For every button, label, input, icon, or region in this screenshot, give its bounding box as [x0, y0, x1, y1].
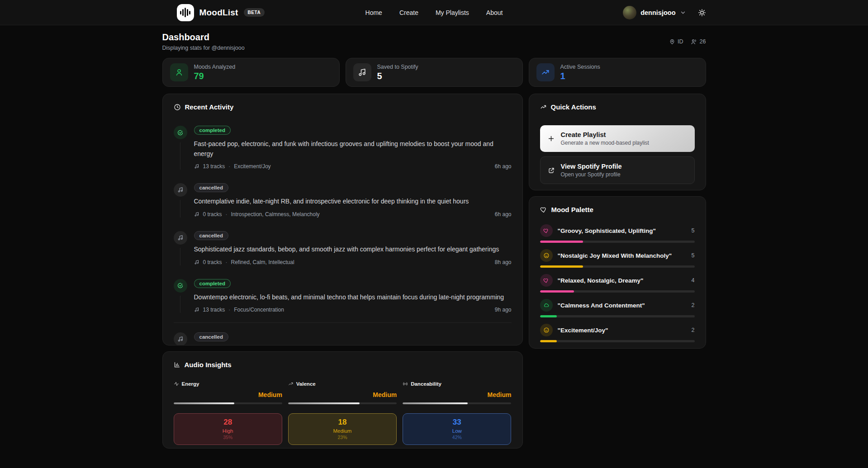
- status-badge: completed: [194, 279, 231, 288]
- heart-icon: [543, 278, 549, 284]
- trending-up-icon: [288, 381, 294, 387]
- brand[interactable]: MoodList BETA: [177, 4, 265, 21]
- create-playlist-button[interactable]: Create Playlist Generate a new mood-base…: [540, 125, 695, 152]
- users-icon: [691, 38, 697, 45]
- music-note-icon: [177, 235, 184, 241]
- top-nav: MoodList BETA Home Create My Playlists A…: [0, 0, 868, 25]
- listeners-meta: 26: [691, 38, 706, 45]
- theme-toggle-button[interactable]: [698, 9, 706, 17]
- metric-danceability: Danceability Medium: [403, 381, 511, 404]
- check-circle-icon: [177, 129, 184, 136]
- avatar: [623, 6, 636, 19]
- clock-icon: [174, 104, 181, 111]
- activity-description: Contemplative indie, late-night RB, and …: [194, 197, 512, 207]
- page-title: Dashboard: [162, 32, 245, 43]
- activity-time: 6h ago: [495, 163, 512, 170]
- section-title: Audio Insights: [185, 361, 232, 369]
- track-count: 13 tracks: [203, 307, 225, 313]
- heart-icon: [540, 206, 547, 213]
- activity-description: Sophisticated jazz standards, bebop, and…: [194, 245, 512, 255]
- mood-label: "Relaxed, Nostalgic, Dreamy": [558, 277, 644, 284]
- trending-up-icon: [541, 68, 550, 77]
- nav-link-home[interactable]: Home: [365, 9, 382, 16]
- nav-link-my-playlists[interactable]: My Playlists: [436, 9, 469, 16]
- brand-name: MoodList: [199, 8, 238, 18]
- quick-actions-panel: Quick Actions Create Playlist Generate a…: [529, 94, 706, 190]
- location-code: ID: [678, 38, 683, 45]
- mood-count: 2: [692, 302, 695, 308]
- username: dennisjooo: [640, 9, 675, 16]
- mood-label: "Excitement/Joy": [558, 327, 608, 334]
- recent-activity-panel: Recent Activity completed Fast-paced pop…: [162, 94, 523, 345]
- smiley-icon: [543, 327, 550, 333]
- activity-icon: [174, 381, 179, 387]
- mood-count: 5: [692, 252, 695, 259]
- metric-level: Medium: [403, 391, 511, 398]
- sun-icon: [698, 9, 706, 17]
- activity-time: 6h ago: [495, 211, 512, 217]
- mood-count: 5: [692, 227, 695, 234]
- distribution-high: 28 High 35%: [174, 413, 282, 445]
- mood-label: "Groovy, Sophisticated, Uplifting": [558, 227, 656, 234]
- beta-badge: BETA: [244, 8, 265, 17]
- activity-description: Fast-paced pop, electronic, and funk wit…: [194, 139, 512, 159]
- metric-level: Medium: [174, 391, 282, 398]
- audio-insights-panel: Audio Insights Energy Medium: [162, 351, 523, 449]
- view-spotify-profile-button[interactable]: View Spotify Profile Open your Spotify p…: [540, 156, 695, 184]
- metric-bar: [288, 402, 397, 404]
- status-badge: completed: [194, 126, 231, 135]
- mood-label: "Nostalgic Joy Mixed With Melancholy": [558, 252, 672, 259]
- plus-icon: [547, 135, 555, 142]
- stat-label: Moods Analyzed: [194, 64, 236, 70]
- section-title: Mood Palette: [551, 206, 593, 213]
- activity-item: completed Fast-paced pop, electronic, an…: [174, 119, 512, 176]
- music-note-icon: [177, 187, 184, 193]
- external-link-icon: [548, 167, 555, 174]
- mood-palette-panel: Mood Palette "Groovy, Sophisticated, Upl…: [529, 196, 706, 349]
- music-note-icon: [177, 336, 184, 342]
- music-note-icon: [194, 307, 199, 312]
- stat-value: 79: [194, 71, 236, 81]
- music-note-icon: [194, 260, 199, 265]
- status-badge: cancelled: [194, 332, 228, 341]
- activity-item: completed Downtempo electronic, lo-fi be…: [174, 272, 512, 320]
- mood-row: "Calmness And Contentment" 2: [540, 299, 695, 317]
- metric-energy: Energy Medium: [174, 381, 282, 404]
- nav-link-about[interactable]: About: [486, 9, 503, 16]
- listener-count: 26: [700, 38, 706, 45]
- divider: [174, 322, 512, 323]
- status-badge: cancelled: [194, 231, 228, 240]
- mood-row: "Relaxed, Nostalgic, Dreamy" 4: [540, 274, 695, 293]
- stat-label: Active Sessions: [560, 64, 600, 70]
- section-title: Quick Actions: [551, 103, 596, 111]
- mood-row: "Nostalgic Joy Mixed With Melancholy" 5: [540, 249, 695, 268]
- trending-up-icon: [540, 104, 547, 110]
- activity-time: 9h ago: [495, 307, 512, 313]
- metric-bar: [174, 402, 282, 404]
- music-note-icon: [194, 212, 199, 217]
- activity-item: cancelled: [174, 326, 512, 345]
- music-note-icon: [358, 68, 367, 77]
- activity-item: cancelled Contemplative indie, late-nigh…: [174, 176, 512, 224]
- metric-valence: Valence Medium: [288, 381, 397, 404]
- metric-bar: [403, 402, 511, 404]
- bar-chart-icon: [174, 361, 180, 368]
- smiley-icon: [543, 252, 550, 259]
- waveform-logo-icon: [177, 4, 194, 21]
- stat-card-active-sessions: Active Sessions 1: [529, 58, 706, 87]
- user-menu[interactable]: dennisjooo: [623, 6, 686, 19]
- map-pin-icon: [669, 38, 675, 45]
- mood-count: 2: [692, 327, 695, 333]
- track-count: 13 tracks: [203, 163, 225, 170]
- stat-value: 5: [377, 71, 418, 81]
- heart-icon: [543, 228, 549, 234]
- status-badge: cancelled: [194, 183, 228, 192]
- nav-link-create[interactable]: Create: [399, 9, 418, 16]
- stat-card-moods-analyzed: Moods Analyzed 79: [162, 58, 340, 87]
- distribution-medium: 18 Medium 23%: [288, 413, 397, 445]
- check-circle-icon: [177, 282, 184, 289]
- mood-tags: Refined, Calm, Intellectual: [231, 259, 294, 265]
- stat-card-saved-to-spotify: Saved to Spotify 5: [346, 58, 523, 87]
- stat-value: 1: [560, 71, 600, 81]
- page-subtitle: Displaying stats for @dennisjooo: [162, 45, 245, 51]
